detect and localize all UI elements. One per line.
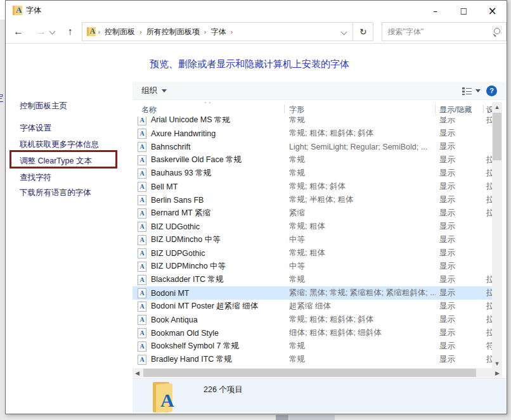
font-show-hide: 显示 xyxy=(436,314,484,325)
background-partial-text: 定 xyxy=(0,92,4,104)
font-show-hide: 显示 xyxy=(436,181,484,192)
scroll-up-icon[interactable]: ▲ xyxy=(492,102,502,111)
font-row[interactable]: A Bodoni MT 紧缩; 黑体; 常规; 紧缩粗体; 紧缩粗斜体; ...… xyxy=(133,286,492,300)
help-button[interactable]: ? xyxy=(486,86,497,96)
column-header-styles[interactable]: 字形 xyxy=(285,102,436,117)
chevron-down-icon xyxy=(162,89,167,92)
font-show-hide: 显示 xyxy=(436,168,484,179)
font-row[interactable]: A Bodoni MT Poster 超紧缩 细体 超紧缩 细体 显示 拉 xyxy=(133,300,492,313)
font-name: Bookman Old Style xyxy=(151,329,219,338)
font-show-hide: 显示 xyxy=(436,274,484,285)
font-row[interactable]: A Arial Unicode MS 常规 常规 显示 拉 xyxy=(133,117,492,127)
font-show-hide: 显示 xyxy=(436,221,484,232)
font-show-hide: 显示 xyxy=(436,248,484,258)
fonts-window: A 字体 – □ × ← → ↑ A › 控制面板 › 所有控制面板项 › 字体… xyxy=(5,0,507,414)
change-view-button[interactable] xyxy=(462,87,481,95)
sidebar-item-font-settings[interactable]: 字体设置 xyxy=(20,123,51,134)
history-dropdown-icon[interactable] xyxy=(50,27,58,37)
font-row[interactable]: A Bernard MT 紧缩 紧缩 显示 拉 xyxy=(133,207,492,220)
font-name: Bodoni MT Poster 超紧缩 细体 xyxy=(151,301,258,312)
breadcrumb-separator-icon: › xyxy=(202,28,209,35)
font-list: A Arial Unicode MS 常规 常规 显示 拉 A Axure Ha… xyxy=(133,117,492,368)
column-header-row: 名称 字形 显示/隐藏 设 xyxy=(133,102,492,117)
font-name: Bahnschrift xyxy=(151,143,191,151)
font-row[interactable]: A Bookman Old Style 细体; 粗体; 粗斜体; 细斜体 显示 … xyxy=(133,326,492,340)
maximize-button[interactable]: □ xyxy=(450,1,478,20)
search-box[interactable] xyxy=(382,22,507,41)
font-row[interactable]: A BIZ UDPGothic 常规; 粗体 显示 xyxy=(133,246,492,260)
address-dropdown-icon[interactable] xyxy=(342,27,346,36)
font-styles: 常规; 粗体; 粗斜体; 斜体 xyxy=(285,314,436,325)
font-row[interactable]: A Bell MT 常规; 粗体; 斜体 显示 拉 xyxy=(133,180,492,193)
font-show-hide: 显示 xyxy=(436,141,484,152)
font-row[interactable]: A Baskerville Old Face 常规 常规 显示 拉 xyxy=(133,153,492,167)
sidebar-item-adjust-cleartype[interactable]: 调整 ClearType 文本 xyxy=(20,156,92,167)
font-row[interactable]: A Book Antiqua 常规; 粗体; 粗斜体; 斜体 显示 拉 xyxy=(133,313,492,326)
font-row[interactable]: A Bauhaus 93 常规 常规 显示 拉 xyxy=(133,167,492,180)
font-file-icon: A xyxy=(138,275,146,285)
sidebar-item-get-fonts-online[interactable]: 联机获取更多字体信息 xyxy=(20,139,99,150)
page-title: 预览、删除或者显示和隐藏计算机上安装的字体 xyxy=(150,58,349,70)
back-button[interactable]: ← xyxy=(11,27,26,37)
breadcrumb-control-panel[interactable]: 控制面板 xyxy=(102,27,138,37)
font-show-hide: 显示 xyxy=(436,128,484,139)
font-name: Bookshelf Symbol 7 常规 xyxy=(151,341,239,352)
search-input[interactable] xyxy=(387,27,493,36)
font-designed-for: 拉 xyxy=(484,194,492,205)
vertical-scrollbar-thumb[interactable] xyxy=(493,113,501,160)
font-designed-for: 拉 xyxy=(484,354,492,365)
title-bar: A 字体 – □ × xyxy=(6,1,507,20)
sidebar-item-download-fonts[interactable]: 下载所有语言的字体 xyxy=(20,188,91,198)
font-row[interactable]: A Bradley Hand ITC 常规 常规 显示 拉 xyxy=(133,353,492,366)
font-file-icon: A xyxy=(138,355,146,365)
font-file-icon: A xyxy=(138,117,146,125)
sidebar-item-find-character[interactable]: 查找字符 xyxy=(20,172,51,183)
font-styles: 紧缩 xyxy=(285,208,436,219)
scroll-left-icon[interactable]: ◀ xyxy=(133,368,142,378)
breadcrumb-separator-icon: › xyxy=(228,28,235,35)
font-show-hide: 显示 xyxy=(436,208,484,219)
breadcrumb-fonts[interactable]: 字体 xyxy=(208,27,228,37)
scroll-right-icon[interactable]: ▶ xyxy=(493,368,502,378)
close-button[interactable]: × xyxy=(478,1,507,20)
font-row[interactable]: A Bahnschrift Light; SemiLight; Regular;… xyxy=(133,140,492,153)
sidebar-item-home[interactable]: 控制面板主页 xyxy=(20,101,67,111)
column-header-designed-for[interactable]: 设 xyxy=(484,102,492,117)
column-header-show-hide[interactable]: 显示/隐藏 xyxy=(436,102,484,117)
font-styles: 常规 xyxy=(285,117,436,125)
font-name: Bradley Hand ITC 常规 xyxy=(151,354,232,365)
column-header-name[interactable]: 名称 xyxy=(133,102,285,117)
font-row[interactable]: A Berlin Sans FB 常规; 半粗体; 粗体 显示 拉 xyxy=(133,193,492,207)
font-file-icon: A xyxy=(138,169,146,179)
sidebar: 控制面板主页 字体设置 联机获取更多字体信息 调整 ClearType 文本 查… xyxy=(6,44,133,413)
font-name: Bernard MT 紧缩 xyxy=(151,208,210,219)
breadcrumb-all-items[interactable]: 所有控制面板项 xyxy=(144,27,202,37)
horizontal-scrollbar[interactable]: ◀ ▶ xyxy=(133,368,502,378)
font-styles: 常规 xyxy=(285,168,436,179)
font-row[interactable]: A BIZ UDGothic 常规; 粗体 显示 xyxy=(133,220,492,233)
forward-button[interactable]: → xyxy=(34,27,49,37)
refresh-button[interactable]: ↻ xyxy=(353,22,373,41)
vertical-scrollbar[interactable]: ▲ ▼ xyxy=(492,102,502,368)
chevron-down-icon xyxy=(475,89,481,92)
font-show-hide: 显示 xyxy=(436,301,484,312)
organize-button[interactable]: 组织 xyxy=(141,86,167,96)
minimize-button[interactable]: – xyxy=(421,1,450,20)
sort-ascending-icon xyxy=(205,102,211,106)
content-area: 预览、删除或者显示和隐藏计算机上安装的字体 组织 ? xyxy=(133,44,506,413)
font-file-icon: A xyxy=(138,182,146,192)
font-styles: 常规; 粗体; 斜体 xyxy=(285,181,436,192)
up-button[interactable]: ↑ xyxy=(62,27,77,37)
font-styles: 常规 xyxy=(285,341,436,352)
address-bar[interactable]: A › 控制面板 › 所有控制面板项 › 字体 › xyxy=(82,22,353,41)
font-row[interactable]: A Bookshelf Symbol 7 常规 常规 显示 符 xyxy=(133,340,492,353)
font-row[interactable]: A Axure Handwriting 常规; 粗体; 粗斜体; 斜体 显示 xyxy=(133,127,492,140)
horizontal-scrollbar-thumb[interactable] xyxy=(143,369,476,377)
scroll-down-icon[interactable]: ▼ xyxy=(492,359,502,368)
font-row[interactable]: A BIZ UDMincho 中等 中等 显示 xyxy=(133,233,492,246)
font-row[interactable]: A BIZ UDPMincho 中等 中等 显示 xyxy=(133,260,492,273)
window-title: 字体 xyxy=(26,5,41,16)
font-file-icon: A xyxy=(138,222,146,232)
font-designed-for: 符 xyxy=(484,341,492,352)
font-row[interactable]: A Blackadder ITC 常规 常规 显示 拉 xyxy=(133,273,492,286)
